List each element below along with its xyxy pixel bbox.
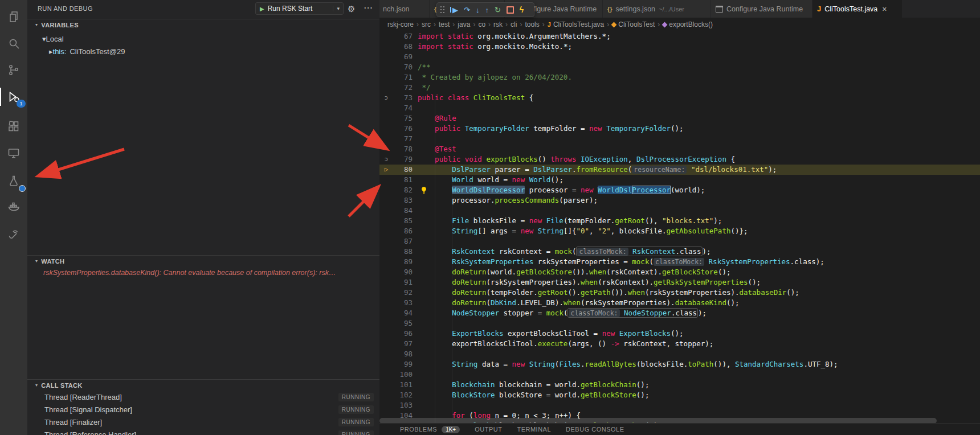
activity-search[interactable] <box>0 31 27 56</box>
panel-tab-terminal[interactable]: TERMINAL <box>517 426 551 433</box>
gutter-margin[interactable] <box>379 72 393 83</box>
code-line[interactable]: 92 doReturn(tempFolder.getRoot().getPath… <box>379 288 980 298</box>
drag-handle-icon[interactable] <box>440 6 444 13</box>
code-line[interactable]: 81 World world = new World(); <box>379 175 980 185</box>
step-over-button[interactable]: ↷ <box>464 6 470 14</box>
gutter-margin[interactable] <box>379 226 393 236</box>
tab-clitoolstest.java[interactable]: JCliToolsTest.java× <box>812 0 903 18</box>
code-line[interactable]: 67import static org.mockito.ArgumentMatc… <box>379 31 980 42</box>
code-line[interactable]: c73public class CliToolsTest { <box>379 93 980 103</box>
run-config-dropdown[interactable]: ▶ Run RSK Start ▾ <box>255 2 344 15</box>
gutter-margin[interactable] <box>379 390 393 400</box>
code-line[interactable]: 89 RskSystemProperties rskSystemProperti… <box>379 257 980 267</box>
gutter-margin[interactable] <box>379 370 393 380</box>
gutter-margin[interactable] <box>379 144 393 154</box>
step-out-button[interactable]: ↑ <box>485 6 489 14</box>
call-stack-thread[interactable]: Thread [ReaderThread]RUNNING <box>27 391 379 403</box>
more-actions-icon[interactable]: ⋯ <box>364 2 373 13</box>
call-stack-section-header[interactable]: ▾ CALL STACK <box>27 379 379 391</box>
code-line[interactable]: c79 public void exportBlocks() throws IO… <box>379 154 980 165</box>
hot-code-replace-icon[interactable]: ϟ <box>520 5 524 14</box>
activity-extensions[interactable] <box>0 114 27 139</box>
gutter-margin[interactable] <box>379 318 393 329</box>
gear-icon[interactable]: ⚙ <box>348 4 355 14</box>
code-line[interactable]: 95 <box>379 318 980 329</box>
code-line[interactable]: 83 processor.processCommands(parser); <box>379 195 980 206</box>
gutter-margin[interactable] <box>379 195 393 206</box>
gutter-margin[interactable] <box>379 31 393 42</box>
fold-marker-icon[interactable]: c <box>379 93 393 103</box>
gutter-margin[interactable] <box>379 298 393 308</box>
breadcrumb-item[interactable]: rsk <box>493 20 503 28</box>
activity-run-and-debug[interactable]: 1 <box>0 84 27 109</box>
gutter-margin[interactable] <box>379 329 393 339</box>
debug-current-line-arrow[interactable]: ▷ <box>379 165 393 175</box>
code-line[interactable]: 99 String data = new String(Files.readAl… <box>379 359 980 370</box>
gutter-margin[interactable] <box>379 400 393 411</box>
activity-testing[interactable] <box>0 169 27 194</box>
code-line[interactable]: ▷80 DslParser parser = DslParser.fromRes… <box>379 165 980 175</box>
gutter-margin[interactable] <box>379 247 393 257</box>
tab-nch.json[interactable]: nch.json <box>379 0 430 18</box>
gutter-margin[interactable] <box>379 359 393 370</box>
variables-scope-local[interactable]: ▾ Local <box>42 33 64 44</box>
breadcrumb-item[interactable]: test <box>439 20 450 28</box>
variable-this[interactable]: ▸ this: CliToolsTest@29 <box>49 46 125 57</box>
gutter-margin[interactable] <box>379 175 393 185</box>
close-icon[interactable]: × <box>882 5 887 14</box>
code-line[interactable]: 85 File blocksFile = new File(tempFolder… <box>379 216 980 226</box>
code-line[interactable]: 84 <box>379 206 980 216</box>
panel-tab-problems[interactable]: PROBLEMS1K+ <box>400 426 460 433</box>
code-line[interactable]: 100 <box>379 370 980 380</box>
gutter-margin[interactable] <box>379 52 393 62</box>
restart-button[interactable]: ↻ <box>495 6 501 14</box>
gutter-margin[interactable] <box>379 113 393 124</box>
code-line[interactable]: 101 Blockchain blockchain = world.getBlo… <box>379 380 980 390</box>
breadcrumb-item[interactable]: CliToolsTest <box>612 20 655 28</box>
code-line[interactable]: 72 */ <box>379 83 980 93</box>
panel-tab-debug-console[interactable]: DEBUG CONSOLE <box>566 426 624 433</box>
gutter-margin[interactable] <box>379 83 393 93</box>
gutter-margin[interactable] <box>379 380 393 390</box>
code-line[interactable]: 69 <box>379 52 980 62</box>
gutter-margin[interactable] <box>379 339 393 349</box>
gutter-margin[interactable] <box>379 103 393 113</box>
step-into-button[interactable]: ↓ <box>476 6 480 14</box>
call-stack-thread[interactable]: Thread [Reference Handler]RUNNING <box>27 428 379 435</box>
watch-expression[interactable]: rskSystemProperties.databaseKind(): Cann… <box>43 269 375 277</box>
gutter-margin[interactable] <box>379 62 393 72</box>
call-stack-thread[interactable]: Thread [Signal Dispatcher]RUNNING <box>27 403 379 416</box>
breadcrumb-item[interactable]: tools <box>525 20 539 28</box>
gutter-margin[interactable] <box>379 277 393 288</box>
breadcrumb-item[interactable]: src <box>422 20 431 28</box>
continue-button[interactable]: ▶ <box>450 6 458 14</box>
breadcrumb-item[interactable]: JCliToolsTest.java <box>548 20 605 28</box>
tab-configure-java-runtime[interactable]: Configure Java Runtime <box>711 0 812 18</box>
code-line[interactable]: 71 * Created by ajlopez on 26/04/2020. <box>379 72 980 83</box>
activity-explorer[interactable] <box>0 5 27 30</box>
code-line[interactable]: 96 ExportBlocks exportBlocksCliTool = ne… <box>379 329 980 339</box>
gutter-margin[interactable] <box>379 206 393 216</box>
code-line[interactable]: 90 doReturn(world.getBlockStore()).when(… <box>379 267 980 277</box>
code-line[interactable]: 102 BlockStore blockStore = world.getBlo… <box>379 390 980 400</box>
code-line[interactable]: 91 doReturn(rskSystemProperties).when(rs… <box>379 277 980 288</box>
code-editor[interactable]: 67import static org.mockito.ArgumentMatc… <box>379 31 980 424</box>
chevron-down-icon[interactable]: ▾ <box>333 6 343 11</box>
gutter-margin[interactable] <box>379 236 393 247</box>
gutter-margin[interactable] <box>379 308 393 318</box>
code-line[interactable]: 88 RskContext rskContext = mock(classToM… <box>379 247 980 257</box>
code-line[interactable]: 98 <box>379 349 980 359</box>
activity-docker[interactable] <box>0 194 27 219</box>
breadcrumb-item[interactable]: cli <box>511 20 517 28</box>
gutter-margin[interactable] <box>379 349 393 359</box>
code-line[interactable]: 68import static org.mockito.Mockito.*; <box>379 42 980 52</box>
watch-section-header[interactable]: ▾ WATCH <box>27 255 379 266</box>
code-line[interactable]: 103 <box>379 400 980 411</box>
code-line[interactable]: 78 @Test <box>379 144 980 154</box>
gutter-margin[interactable] <box>379 124 393 134</box>
gutter-margin[interactable] <box>379 134 393 144</box>
activity-gradle[interactable] <box>0 222 27 247</box>
tab-settings.json[interactable]: {}settings.json~/.../User <box>603 0 711 18</box>
gutter-margin[interactable] <box>379 42 393 52</box>
breadcrumb-item[interactable]: co <box>478 20 485 28</box>
